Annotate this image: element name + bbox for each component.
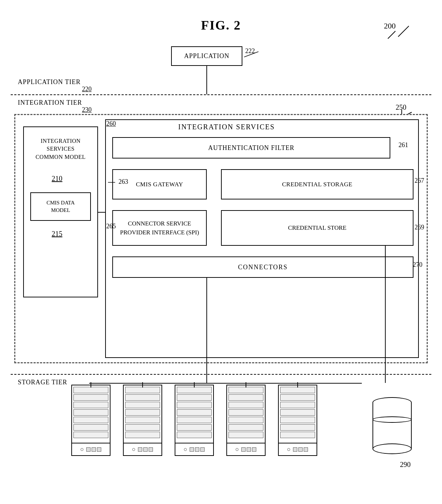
ref-263: 263 (106, 178, 128, 186)
ref-270: 270 (413, 261, 422, 269)
server-slot (247, 447, 251, 452)
arrow-263-icon (106, 179, 117, 186)
line-app-to-integration (206, 66, 207, 94)
int-tier-label: INTEGRATION TIER (18, 99, 82, 106)
server-row (228, 394, 263, 401)
server-drop-lines-icon (71, 382, 342, 388)
common-model-label: INTEGRATION SERVICES COMMON MODEL (27, 137, 94, 161)
ref-220: 220 (82, 85, 92, 93)
ref-265: 265 (106, 223, 116, 230)
dashed-separator-2 (11, 374, 431, 375)
server-row (73, 394, 108, 401)
server-row (125, 424, 160, 431)
ref-230: 230 (82, 106, 92, 114)
server-slots (241, 447, 256, 452)
server-row (73, 402, 108, 408)
auth-filter-box: AUTHENTICATION FILTER (112, 137, 390, 159)
server-row (280, 417, 315, 423)
server-slots (86, 447, 101, 452)
server-slot (252, 447, 256, 452)
integration-services-label: INTEGRATION SERVICES (178, 123, 275, 131)
server-row (177, 394, 212, 401)
cred-storage-box: CREDENTIAL STORAGE (221, 169, 413, 199)
auth-filter-label: AUTHENTICATION FILTER (208, 144, 294, 152)
server-slot (298, 447, 303, 452)
line-cred-to-db (385, 246, 386, 383)
server-row (125, 387, 160, 393)
server-row (73, 387, 108, 393)
server-row (228, 424, 263, 431)
server-slot (138, 447, 142, 452)
server-rows-2 (124, 385, 161, 443)
server-row (280, 402, 315, 408)
server-indicator (81, 448, 83, 451)
server-rack-1 (71, 385, 110, 456)
server-row (280, 432, 315, 438)
server-slot (304, 447, 308, 452)
server-slot (241, 447, 246, 452)
ref-260: 260 (106, 120, 116, 128)
server-row (73, 417, 108, 423)
server-row (177, 409, 212, 416)
server-row (73, 409, 108, 416)
diagram-container: FIG. 2 200 APPLICATION 222 APPLICATION T… (0, 0, 442, 504)
server-slot (143, 447, 148, 452)
connectors-box: CONNECTORS (112, 256, 413, 278)
server-indicator (132, 448, 135, 451)
servers-container (71, 385, 317, 456)
server-slot (92, 447, 96, 452)
cmis-gateway-label: CMIS GATEWAY (136, 181, 183, 188)
ref-267: 267 (415, 177, 424, 185)
server-rack-3 (175, 385, 214, 456)
server-slot (293, 447, 297, 452)
server-rack-5 (278, 385, 317, 456)
server-row (177, 417, 212, 423)
connector-spi-box: CONNECTOR SERVICE PROVIDER INTERFACE (SP… (112, 210, 207, 246)
cred-store-box: CREDENTIAL STORE (221, 210, 413, 246)
server-rows-4 (227, 385, 265, 443)
server-row (125, 402, 160, 408)
server-row (125, 432, 160, 438)
server-row (280, 424, 315, 431)
server-row (228, 432, 263, 438)
server-bottom-5 (279, 443, 317, 455)
server-rack-2 (123, 385, 162, 456)
application-box: APPLICATION (171, 46, 242, 66)
server-slot (86, 447, 91, 452)
ref-290: 290 (400, 461, 411, 469)
cred-storage-label: CREDENTIAL STORAGE (282, 180, 352, 189)
server-slot (200, 447, 205, 452)
server-row (280, 409, 315, 416)
application-label: APPLICATION (184, 52, 229, 60)
server-slots (138, 447, 153, 452)
db-ellipse-bottom (372, 443, 412, 454)
server-bottom-4 (227, 443, 265, 455)
server-row (125, 417, 160, 423)
server-row (125, 409, 160, 416)
server-slot (195, 447, 199, 452)
ref-222: 222 (245, 47, 255, 55)
server-rows-3 (175, 385, 213, 443)
server-indicator (287, 448, 290, 451)
ref-215: 215 (52, 230, 62, 238)
server-row (177, 424, 212, 431)
cmis-data-label: CMIS DATA MODEL (46, 199, 74, 214)
server-indicator (236, 448, 238, 451)
arrow-200-icon (389, 24, 411, 38)
server-slot (190, 447, 194, 452)
ref-210: 210 (52, 175, 62, 183)
server-rack-4 (226, 385, 266, 456)
server-row (228, 409, 263, 416)
server-row (228, 387, 263, 393)
app-tier-label: APPLICATION TIER (18, 78, 81, 86)
line-connectors-to-storage (206, 278, 207, 383)
server-bottom-1 (72, 443, 110, 455)
server-row (228, 417, 263, 423)
server-row (228, 402, 263, 408)
server-slot (97, 447, 101, 452)
figure-title: FIG. 2 (201, 18, 241, 33)
server-row (177, 402, 212, 408)
server-row (125, 394, 160, 401)
connectors-label: CONNECTORS (238, 264, 288, 271)
server-rows-1 (72, 385, 110, 443)
